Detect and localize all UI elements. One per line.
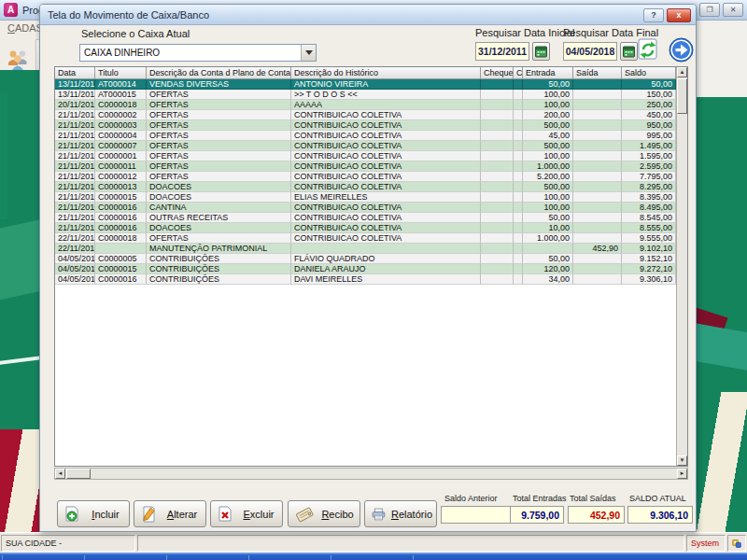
table-cell: DOACOES <box>147 223 291 233</box>
scroll-left-icon[interactable]: ◄ <box>55 469 65 479</box>
scroll-right-icon[interactable]: ► <box>677 469 687 479</box>
table-cell: 1.595,00 <box>622 151 676 161</box>
table-row[interactable]: 21/11/2012C0000001OFERTASCONTRIBUICAO CO… <box>55 151 676 161</box>
table-row[interactable]: 21/11/2012C0000007OFERTASCONTRIBUICAO CO… <box>55 141 676 151</box>
relatorio-button[interactable]: Relatório <box>364 500 437 527</box>
column-header[interactable]: Titulo <box>95 67 147 79</box>
table-cell: OFERTAS <box>147 110 291 120</box>
table-cell: C0000003 <box>95 120 147 131</box>
arrow-right-icon <box>669 37 694 63</box>
main-restore-button[interactable]: ❐ <box>699 3 720 17</box>
table-row[interactable]: 13/11/2012AT000014VENDAS DIVERSASANTONIO… <box>55 79 676 90</box>
table-cell <box>573 110 622 120</box>
table-row[interactable]: 21/11/2012C0000016OUTRAS RECEITASCONTRIB… <box>55 213 676 223</box>
table-row[interactable]: 22/11/2012MANUTENÇÃO PATRIMONIAL452,909.… <box>55 244 676 254</box>
incluir-button[interactable]: Incluir <box>57 500 130 527</box>
table-row[interactable]: 21/11/2012C0000003OFERTASCONTRIBUICAO CO… <box>55 120 676 131</box>
table-cell: 100,00 <box>523 203 573 213</box>
table-row[interactable]: 22/11/2012C0000018OFERTASCONTRIBUICAO CO… <box>55 233 676 244</box>
column-header[interactable]: Data <box>55 67 95 79</box>
column-header[interactable]: Saldo <box>622 67 676 79</box>
table-cell: C0000001 <box>95 151 147 161</box>
column-header[interactable]: Descrição da Conta d Plano de Contas <box>147 67 291 79</box>
statusbar-middle <box>137 535 684 552</box>
table-cell: 2.595,00 <box>622 161 676 172</box>
dialog-help-button[interactable]: ? <box>643 8 664 22</box>
table-cell: 9.306,10 <box>622 274 676 285</box>
refresh-button[interactable] <box>634 36 662 63</box>
table-body: 13/11/2012AT000014VENDAS DIVERSASANTONIO… <box>55 79 676 285</box>
table-row[interactable]: 20/11/2012C0000018OFERTASAAAAA100,00250,… <box>55 100 676 110</box>
table-cell: 120,00 <box>523 264 573 274</box>
table-cell: 20/11/2012 <box>55 100 95 110</box>
table-cell: OFERTAS <box>147 151 291 161</box>
table-cell: 21/11/2012 <box>55 141 95 151</box>
table-cell: 50,00 <box>622 79 676 90</box>
table-row[interactable]: 21/11/2012C0000015DOACOESELIAS MEIRELLES… <box>55 192 676 203</box>
table-cell: 21/11/2012 <box>55 131 95 141</box>
table-cell <box>514 79 523 90</box>
delete-document-icon <box>218 506 233 523</box>
table-cell: 100,00 <box>523 100 573 110</box>
column-header[interactable]: C <box>514 67 523 79</box>
table-row[interactable]: 04/05/2018C0000005CONTRIBUIÇÕESFLÁVIO QU… <box>55 254 676 264</box>
table-cell: DOACOES <box>147 182 291 192</box>
table-cell <box>573 192 622 203</box>
scroll-down-icon[interactable]: ▼ <box>677 455 687 466</box>
excluir-button[interactable]: Excluir <box>210 500 283 527</box>
scroll-up-icon[interactable]: ▲ <box>677 67 687 77</box>
table-row[interactable]: 21/11/2012C0000012OFERTASCONTRIBUICAO CO… <box>55 172 676 182</box>
table-cell: 1.000,00 <box>523 233 573 244</box>
statusbar-app-icon <box>727 535 746 552</box>
table-row[interactable]: 21/11/2012C0000002OFERTASCONTRIBUICAO CO… <box>55 110 676 120</box>
table-row[interactable]: 21/11/2012C0000011OFERTASCONTRIBUICAO CO… <box>55 161 676 172</box>
app-logo-icon: A <box>4 3 18 17</box>
mini-app-icon <box>732 538 741 550</box>
column-header[interactable]: Entrada <box>523 67 573 79</box>
table-cell <box>514 213 523 223</box>
excluir-label: Excluir <box>239 509 278 520</box>
data-final-field[interactable]: 04/05/2018 <box>563 42 617 61</box>
table-cell: CONTRIBUICAO COLETIVA <box>291 213 481 223</box>
table-row[interactable]: 21/11/2012C0000013DOACOESCONTRIBUICAO CO… <box>55 182 676 192</box>
go-button[interactable] <box>668 36 694 63</box>
caixa-combobox-dropdown[interactable] <box>301 45 316 61</box>
vertical-scrollbar[interactable]: ▲ ▼ <box>676 67 687 466</box>
table-row[interactable]: 21/11/2012C0000016CANTINACONTRIBUICAO CO… <box>55 203 676 213</box>
table-cell: 50,00 <box>523 254 573 264</box>
table-row[interactable]: 04/05/2018C0000015CONTRIBUIÇÕESDANIELA A… <box>55 264 676 274</box>
table-cell: C0000007 <box>95 141 147 151</box>
table-cell <box>481 203 514 213</box>
table-cell <box>514 223 523 233</box>
table-cell: C0000012 <box>95 172 147 182</box>
dialog-movimento-caixa: Tela do Movimento de Caixa/Banco ? x Sel… <box>39 4 697 532</box>
table-cell: CONTRIBUIÇÕES <box>147 274 291 285</box>
table-cell: CONTRIBUICAO COLETIVA <box>291 203 481 213</box>
dialog-titlebar[interactable]: Tela do Movimento de Caixa/Banco ? x <box>40 5 696 25</box>
horizontal-scrollbar-thumb[interactable] <box>66 469 91 479</box>
table-cell <box>514 151 523 161</box>
vertical-scrollbar-thumb[interactable] <box>677 78 687 114</box>
recibo-button[interactable]: Recibo <box>288 500 360 527</box>
table-cell: C0000016 <box>95 223 147 233</box>
table-cell <box>514 203 523 213</box>
alterar-button[interactable]: Alterar <box>134 500 206 527</box>
table-row[interactable]: 21/11/2012C0000016DOACOESCONTRIBUICAO CO… <box>55 223 676 233</box>
table-cell: 500,00 <box>523 120 573 131</box>
main-close-button[interactable]: ✕ <box>723 3 743 17</box>
table-cell: 500,00 <box>523 182 573 192</box>
table-cell: CONTRIBUICAO COLETIVA <box>291 131 481 141</box>
table-row[interactable]: 21/11/2012C0000004OFERTASCONTRIBUICAO CO… <box>55 131 676 141</box>
dialog-close-button[interactable]: x <box>667 8 691 22</box>
data-inicial-calendar-button[interactable] <box>532 42 550 61</box>
column-header[interactable]: Cheque <box>481 67 514 79</box>
horizontal-scrollbar[interactable]: ◄ ► <box>54 468 688 480</box>
taskbar[interactable] <box>0 553 747 560</box>
column-header[interactable]: Descrição do Histórico <box>291 67 481 79</box>
table-row[interactable]: 04/05/2018C0000016CONTRIBUIÇÕESDAVI MEIR… <box>55 274 676 285</box>
column-header[interactable]: Saída <box>573 67 622 79</box>
table-cell: CONTRIBUICAO COLETIVA <box>291 161 481 172</box>
data-inicial-field[interactable]: 31/12/2011 <box>475 42 529 61</box>
caixa-combobox[interactable]: CAIXA DINHEIRO <box>79 44 317 62</box>
table-row[interactable]: 13/11/2012AT000015OFERTAS>> T O D O S <<… <box>55 90 676 100</box>
